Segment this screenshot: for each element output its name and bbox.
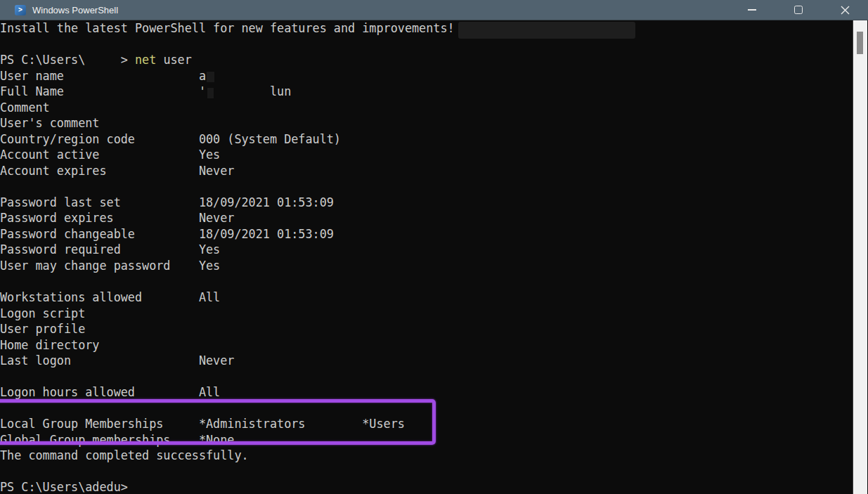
close-icon <box>841 6 850 15</box>
terminal-line: Full Name ' lun <box>0 84 853 100</box>
terminal-line: Last logon Never <box>0 353 853 369</box>
window-title: Windows PowerShell <box>32 5 118 15</box>
terminal-line <box>0 401 853 417</box>
terminal-line <box>0 464 853 480</box>
terminal-line: Local Group Memberships *Administrators … <box>0 416 853 432</box>
close-button[interactable] <box>822 0 868 20</box>
terminal-line: PS C:\Users\ > net user <box>0 52 853 68</box>
terminal-line: Comment <box>0 100 853 116</box>
terminal-line <box>0 369 853 385</box>
terminal-line: Home directory <box>0 337 853 353</box>
terminal-line: Password expires Never <box>0 210 853 226</box>
redaction-box-username <box>207 72 214 82</box>
scrollbar[interactable] <box>853 20 867 494</box>
terminal-line: User's comment <box>0 115 853 131</box>
terminal-line: Account active Yes <box>0 147 853 163</box>
terminal-line <box>0 37 853 53</box>
terminal-line: User name a <box>0 68 853 84</box>
terminal-line: User may change password Yes <box>0 258 853 274</box>
terminal-line: Logon hours allowed All <box>0 384 853 401</box>
minimize-icon <box>748 9 756 11</box>
powershell-window: > Windows PowerShell Install the latest … <box>0 0 868 494</box>
terminal-line: Password changeable 18/09/2021 01:53:09 <box>0 226 853 242</box>
terminal-line: Password last set 18/09/2021 01:53:09 <box>0 195 853 211</box>
maximize-button[interactable] <box>775 0 822 20</box>
terminal-line <box>0 274 853 290</box>
powershell-icon[interactable]: > <box>15 5 26 15</box>
terminal-line <box>0 178 853 195</box>
terminal-line: Account expires Never <box>0 163 853 179</box>
redaction-box <box>458 22 635 39</box>
terminal-line: Password required Yes <box>0 242 853 258</box>
terminal-line: PS C:\Users\adedu> <box>0 479 853 494</box>
terminal-line: Workstations allowed All <box>0 290 853 306</box>
redaction-box-fullname <box>207 88 214 98</box>
terminal-line: User profile <box>0 321 853 337</box>
terminal-line: Logon script <box>0 306 853 322</box>
terminal-output[interactable]: Install the latest PowerShell for new fe… <box>0 20 853 494</box>
minimize-button[interactable] <box>729 0 775 20</box>
terminal-line: Global Group memberships *None <box>0 432 853 448</box>
terminal-line: Install the latest PowerShell for new fe… <box>0 20 853 37</box>
terminal-line: The command completed successfully. <box>0 448 853 464</box>
window-controls <box>729 0 868 20</box>
maximize-icon <box>794 6 803 14</box>
titlebar[interactable]: > Windows PowerShell <box>0 0 868 20</box>
terminal-line: Country/region code 000 (System Default) <box>0 131 853 148</box>
scrollbar-thumb[interactable] <box>857 32 863 54</box>
